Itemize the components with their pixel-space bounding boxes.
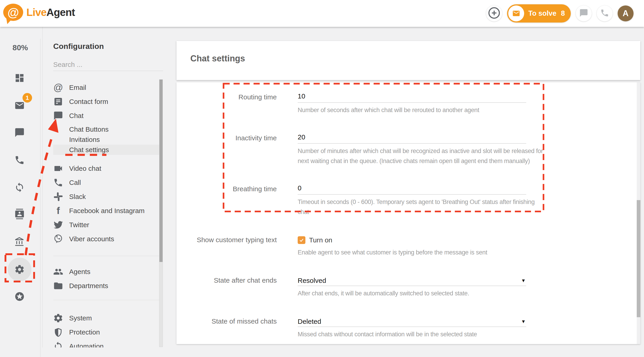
- field-help: Timeout in seconds (0 - 600). Temporary …: [298, 197, 526, 217]
- facebook-icon: f: [53, 206, 63, 216]
- calls-button[interactable]: [597, 6, 612, 21]
- rail-divider: [40, 39, 40, 357]
- star-circle-icon: [14, 298, 25, 302]
- mail-icon: [14, 108, 25, 112]
- turn-on-checkbox[interactable]: [298, 236, 306, 244]
- menu-item-twitter[interactable]: Twitter: [53, 218, 160, 232]
- menu-item-email[interactable]: @ Email: [53, 80, 160, 94]
- state-after-chat-ends-select[interactable]: Resolved ▼: [298, 276, 526, 286]
- menu-item-chat-buttons[interactable]: Chat Buttons: [53, 124, 160, 134]
- menu-item-facebook-instagram[interactable]: f Facebook and Instagram: [53, 204, 160, 218]
- left-icon-rail: 80% 1: [0, 27, 40, 357]
- tickets-badge: 1: [22, 93, 32, 102]
- field-breathing-time: Breathing time 0 Timeout in seconds (0 -…: [190, 184, 640, 217]
- field-show-customer-typing: Show customer typing text Turn on Enable…: [190, 235, 640, 258]
- field-state-after-chat-ends: State after chat ends Resolved ▼ After c…: [190, 276, 640, 298]
- field-help: Number of seconds after which chat will …: [298, 105, 526, 115]
- breathing-time-input[interactable]: 0: [298, 184, 526, 195]
- field-state-of-missed-chats: State of missed chats Deleted ▼ Missed c…: [190, 316, 640, 339]
- contacts-icon: [14, 216, 25, 220]
- automation-icon: [53, 341, 63, 348]
- search-input[interactable]: [53, 58, 163, 71]
- panel-scrollbar[interactable]: [159, 79, 163, 347]
- field-label: State of missed chats: [190, 316, 277, 339]
- protection-icon: [53, 327, 63, 337]
- menu-item-agents[interactable]: Agents: [53, 265, 160, 279]
- inactivity-time-input[interactable]: 20: [298, 133, 526, 144]
- contact-form-icon: [53, 97, 63, 107]
- video-chat-icon: [53, 164, 63, 174]
- menu-item-protection[interactable]: Protection: [53, 325, 160, 339]
- twitter-icon: [53, 220, 63, 230]
- routing-time-input[interactable]: 10: [298, 92, 526, 103]
- sidebar-item-dashboard[interactable]: [14, 73, 25, 83]
- sidebar-item-chats[interactable]: [14, 127, 25, 138]
- chat-bubble-icon: [579, 8, 588, 18]
- plus-circle-icon: [487, 6, 502, 21]
- menu-item-automation[interactable]: Automation: [53, 339, 160, 348]
- menu-item-chat[interactable]: Chat: [53, 109, 160, 123]
- field-label: State after chat ends: [190, 276, 277, 298]
- phone-icon: [53, 178, 63, 188]
- sidebar-item-tickets[interactable]: [14, 100, 25, 111]
- page-header-card: Chat settings: [176, 41, 640, 80]
- chevron-down-icon: ▼: [521, 319, 526, 324]
- viber-icon: [53, 234, 63, 244]
- menu-item-invitations[interactable]: Invitations: [53, 134, 160, 144]
- zoom-level: 80%: [0, 43, 40, 52]
- field-routing-time: Routing time 10 Number of seconds after …: [190, 92, 640, 115]
- chats-button[interactable]: [576, 6, 592, 21]
- add-button[interactable]: [486, 6, 502, 21]
- gear-icon: [14, 272, 25, 275]
- menu-divider: [53, 300, 160, 300]
- phone-icon: [600, 8, 609, 18]
- menu-item-viber[interactable]: Viber accounts: [53, 232, 160, 246]
- slack-icon: [53, 192, 63, 202]
- sidebar-item-contacts[interactable]: [14, 209, 25, 219]
- field-help: Missed chats without contact information…: [298, 329, 526, 339]
- to-solve-count: 8: [561, 9, 565, 18]
- avatar[interactable]: A: [618, 6, 634, 21]
- sidebar-item-automation[interactable]: [14, 182, 25, 192]
- menu-item-call[interactable]: Call: [53, 176, 160, 190]
- sidebar-item-billing[interactable]: [14, 237, 25, 247]
- sync-icon: [14, 190, 25, 193]
- field-label: Show customer typing text: [190, 235, 277, 258]
- sidebar-item-settings[interactable]: [14, 264, 25, 275]
- to-solve-mail-icon: [508, 6, 524, 21]
- to-solve-label: To solve: [528, 9, 556, 18]
- field-label: Routing time: [190, 92, 277, 115]
- menu-item-chat-settings[interactable]: Chat settings: [53, 144, 160, 155]
- chat-icon: [53, 111, 63, 121]
- sidebar-item-calls[interactable]: [14, 155, 25, 165]
- field-label: Breathing time: [190, 184, 277, 217]
- settings-card: Routing time 10 Number of seconds after …: [176, 82, 640, 344]
- dashboard-icon: [14, 80, 25, 84]
- state-of-missed-chats-select[interactable]: Deleted ▼: [298, 316, 526, 327]
- menu-item-video-chat[interactable]: Video chat: [53, 162, 160, 176]
- field-help: After chat ends, it will be automaticall…: [298, 288, 526, 298]
- menu-item-contact-form[interactable]: Contact form: [53, 94, 160, 109]
- liveagent-logo[interactable]: @ LiveAgent: [3, 4, 75, 21]
- chevron-down-icon: ▼: [521, 278, 526, 283]
- agents-icon: [53, 267, 63, 277]
- panel-scrollbar-thumb[interactable]: [160, 80, 162, 262]
- menu-item-system[interactable]: System: [53, 311, 160, 325]
- logo-text: LiveAgent: [26, 6, 75, 18]
- menu-item-slack[interactable]: Slack: [53, 190, 160, 204]
- sidebar-item-features[interactable]: [14, 291, 25, 302]
- bank-icon: [14, 244, 25, 248]
- top-bar: @ LiveAgent To solve 8 A: [0, 0, 644, 27]
- at-icon: @: [53, 82, 63, 92]
- system-gear-icon: [53, 313, 63, 323]
- logo-at-glyph: @: [8, 6, 19, 19]
- to-solve-button[interactable]: To solve 8: [507, 4, 571, 22]
- field-help: Enable agent to see what customer is typ…: [298, 248, 526, 258]
- field-inactivity-time: Inactivity time 20 Number of minutes aft…: [190, 133, 640, 166]
- page-title: Chat settings: [190, 54, 245, 64]
- topbar-actions: To solve 8 A: [486, 0, 634, 27]
- field-label: Inactivity time: [190, 133, 277, 166]
- main-scrollbar-thumb[interactable]: [637, 200, 640, 317]
- main-scrollbar[interactable]: [637, 82, 640, 344]
- menu-item-departments[interactable]: Departments: [53, 279, 160, 293]
